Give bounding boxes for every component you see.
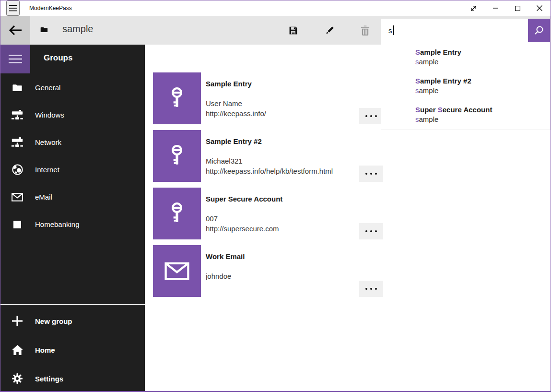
- folder-icon: [11, 83, 23, 92]
- more-options-button[interactable]: [359, 223, 383, 239]
- titlebar-hamburger-button[interactable]: [6, 0, 20, 16]
- more-options-button[interactable]: [359, 166, 383, 182]
- search-input[interactable]: s: [381, 19, 528, 42]
- plus-icon: [11, 316, 23, 326]
- network-icon: [11, 137, 23, 147]
- save-button[interactable]: [281, 16, 305, 45]
- app-bar: sample s: [0, 16, 551, 45]
- more-options-button[interactable]: [359, 108, 383, 124]
- entry-username: 007: [206, 214, 218, 223]
- save-icon: [288, 25, 298, 36]
- result-title: Sample Entry: [415, 48, 461, 57]
- entry-row-super-secure-account[interactable]: Super Secure Account 007 http://supersec…: [153, 188, 384, 239]
- search-suggestions-dropdown: Sample Entry sample Sample Entry #2 samp…: [381, 42, 551, 130]
- minimize-button[interactable]: [484, 0, 506, 16]
- title-bar: ModernKeePass: [0, 0, 551, 16]
- network-icon: [11, 110, 23, 120]
- sidebar-separator: [0, 304, 145, 305]
- groups-header: Groups: [44, 53, 72, 63]
- hamburger-icon: [9, 5, 17, 12]
- entry-tile: [153, 245, 201, 297]
- sidebar-item-label: Settings: [35, 375, 63, 383]
- minimize-icon: [493, 8, 498, 9]
- window-controls: [462, 0, 551, 16]
- sidebar-item-windows[interactable]: Windows: [0, 101, 145, 129]
- entry-tile: [153, 188, 201, 239]
- search-result-super-secure-account[interactable]: Super Secure Account sample: [415, 105, 492, 124]
- entry-url: http://keepass.info/: [206, 109, 266, 118]
- key-icon: [169, 145, 185, 167]
- globe-icon: [11, 164, 23, 175]
- hamburger-icon: [9, 54, 22, 64]
- square-icon: [11, 221, 23, 228]
- maximize-icon: [515, 6, 520, 11]
- app-title: ModernKeePass: [29, 5, 72, 12]
- sidebar-item-label: Home: [35, 346, 55, 354]
- sidebar-item-label: General: [35, 83, 60, 92]
- expand-icon: [470, 5, 477, 12]
- database-folder-icon: [40, 26, 48, 33]
- entry-tile: [153, 72, 201, 124]
- entry-title: Super Secure Account: [206, 195, 282, 203]
- fullscreen-button[interactable]: [462, 0, 484, 16]
- sidebar-item-homebanking[interactable]: Homebanking: [0, 211, 145, 238]
- entry-title: Work Email: [206, 252, 245, 261]
- result-title: Super Secure Account: [415, 105, 492, 115]
- sidebar-item-home[interactable]: Home: [0, 335, 145, 364]
- sidebar-item-label: Homebanking: [35, 220, 80, 228]
- edit-button[interactable]: [318, 16, 341, 45]
- mail-icon: [11, 193, 23, 202]
- back-arrow-icon: [9, 25, 22, 35]
- sidebar-item-label: New group: [35, 317, 72, 325]
- pencil-icon: [325, 25, 335, 36]
- mail-icon: [164, 262, 189, 280]
- entry-row-work-email[interactable]: Work Email johndoe: [153, 245, 384, 297]
- sidebar-item-network[interactable]: Network: [0, 129, 145, 156]
- sidebar-item-label: Network: [35, 138, 61, 146]
- entry-username: johndoe: [206, 272, 231, 280]
- result-subtitle: sample: [415, 86, 471, 95]
- sidebar-item-label: eMail: [35, 193, 52, 201]
- maximize-button[interactable]: [506, 0, 528, 16]
- key-icon: [169, 87, 185, 109]
- nav-hamburger-button[interactable]: [0, 45, 30, 73]
- sidebar-item-internet[interactable]: Internet: [0, 156, 145, 183]
- result-subtitle: sample: [415, 115, 492, 124]
- gear-icon: [11, 373, 23, 384]
- trash-icon: [361, 25, 370, 36]
- sidebar: Groups General Windows Network: [0, 45, 145, 391]
- close-button[interactable]: [528, 0, 551, 16]
- database-title: sample: [62, 24, 93, 35]
- more-options-button[interactable]: [359, 281, 383, 297]
- sidebar-item-general[interactable]: General: [0, 74, 145, 101]
- delete-button[interactable]: [353, 16, 376, 45]
- key-icon: [169, 202, 185, 225]
- home-icon: [11, 345, 23, 355]
- close-icon: [537, 5, 542, 11]
- entry-title: Sample Entry: [206, 80, 252, 88]
- text-caret: [393, 25, 394, 35]
- search-result-sample-entry-2[interactable]: Sample Entry #2 sample: [415, 76, 471, 95]
- search-button[interactable]: [528, 19, 550, 42]
- result-title: Sample Entry #2: [415, 76, 471, 86]
- sidebar-item-email[interactable]: eMail: [0, 183, 145, 211]
- app-window: ModernKeePass: [0, 0, 551, 392]
- search-query-text: s: [388, 26, 392, 35]
- search-result-sample-entry[interactable]: Sample Entry sample: [415, 48, 461, 67]
- back-button[interactable]: [0, 16, 30, 45]
- entry-tile: [153, 130, 201, 182]
- sidebar-item-new-group[interactable]: New group: [0, 307, 145, 335]
- entry-title: Sample Entry #2: [206, 137, 262, 145]
- entry-url: http://supersecure.com: [206, 225, 279, 233]
- result-subtitle: sample: [415, 57, 461, 67]
- entry-username: User Name: [206, 99, 242, 107]
- entry-row-sample-entry[interactable]: Sample Entry User Name http://keepass.in…: [153, 72, 384, 124]
- search-icon: [534, 25, 544, 35]
- sidebar-item-label: Windows: [35, 111, 64, 119]
- entry-row-sample-entry-2[interactable]: Sample Entry #2 Michael321 http://keepas…: [153, 130, 384, 182]
- sidebar-item-settings[interactable]: Settings: [0, 364, 145, 392]
- group-list: General Windows Network Internet: [0, 74, 145, 238]
- sidebar-footer: New group Home Settings: [0, 307, 145, 392]
- entry-url: http://keepass.info/help/kb/testform.htm…: [206, 167, 333, 175]
- entry-username: Michael321: [206, 157, 243, 165]
